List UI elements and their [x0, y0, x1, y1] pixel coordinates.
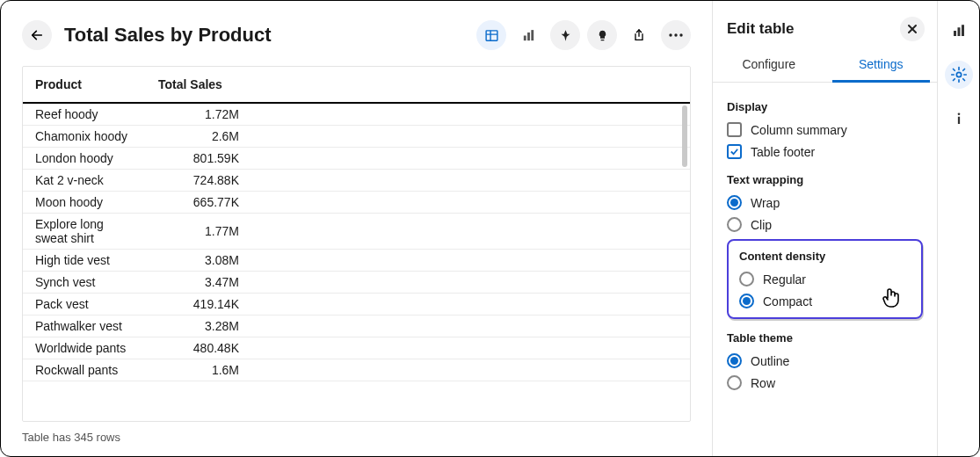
table-row[interactable]: Rockwall pants1.6M [23, 359, 690, 381]
toolbar [476, 20, 691, 50]
table-row[interactable]: Moon hoody665.77K [23, 192, 690, 214]
column-header-product[interactable]: Product [23, 67, 146, 103]
checkbox-icon [727, 144, 742, 159]
checkbox-icon [727, 122, 742, 137]
side-panel-title: Edit table [727, 20, 795, 38]
table-row[interactable]: Kat 2 v-neck724.88K [23, 170, 690, 192]
table-header-row: Product Total Sales [23, 67, 690, 103]
radio-icon [727, 353, 742, 368]
table-row[interactable]: Worldwide pants480.48K [23, 337, 690, 359]
settings-panel: Display Column summary Table footer Text… [713, 83, 937, 456]
table-icon [484, 28, 499, 43]
tab-settings[interactable]: Settings [825, 48, 938, 82]
radio-outline[interactable]: Outline [727, 353, 923, 368]
section-text-wrapping-heading: Text wrapping [727, 173, 923, 186]
rail-chart-button[interactable] [945, 17, 973, 45]
svg-point-9 [679, 33, 682, 36]
arrow-left-icon [30, 28, 44, 42]
radio-wrap[interactable]: Wrap [727, 195, 923, 210]
tab-configure[interactable]: Configure [713, 48, 825, 82]
share-button[interactable] [624, 20, 654, 50]
table-row[interactable]: Synch vest3.47M [23, 272, 690, 294]
radio-icon [727, 375, 742, 390]
svg-rect-14 [962, 25, 964, 36]
share-icon [632, 28, 646, 42]
section-table-theme-heading: Table theme [727, 331, 923, 345]
svg-rect-6 [531, 30, 534, 40]
svg-point-7 [669, 33, 671, 36]
close-panel-button[interactable] [900, 17, 925, 41]
bar-chart-icon [521, 28, 536, 43]
table-row[interactable]: Pathwalker vest3.28M [23, 316, 690, 337]
svg-point-16 [957, 112, 960, 115]
svg-point-8 [674, 33, 677, 36]
radio-icon [739, 294, 754, 308]
page-title: Total Sales by Product [64, 24, 464, 47]
table-row[interactable]: Reef hoody1.72M [23, 103, 690, 126]
svg-rect-17 [957, 117, 959, 124]
svg-rect-13 [957, 27, 960, 36]
back-button[interactable] [22, 20, 52, 50]
pin-icon [559, 29, 572, 42]
more-icon [669, 33, 683, 37]
radio-clip[interactable]: Clip [727, 217, 923, 232]
table-row[interactable]: Chamonix hoody2.6M [23, 126, 690, 148]
bar-chart-icon [951, 23, 967, 39]
data-table: Product Total Sales Reef hoody1.72M Cham… [22, 66, 691, 422]
view-chart-button[interactable] [513, 20, 543, 50]
side-panel: Edit table Configure Settings Display Co… [712, 1, 937, 456]
radio-compact[interactable]: Compact [739, 294, 911, 308]
view-table-button[interactable] [476, 20, 506, 50]
pin-button[interactable] [550, 20, 580, 50]
svg-rect-1 [486, 30, 497, 40]
right-rail [937, 1, 979, 456]
gear-icon [950, 66, 968, 83]
checkbox-column-summary[interactable]: Column summary [727, 122, 923, 137]
table-row[interactable]: Pack vest419.14K [23, 294, 690, 316]
main-area: Total Sales by Product [1, 1, 712, 456]
close-icon [907, 24, 918, 34]
svg-point-15 [956, 72, 961, 76]
radio-icon [739, 272, 754, 287]
checkbox-table-footer[interactable]: Table footer [727, 144, 923, 159]
radio-row[interactable]: Row [727, 375, 923, 390]
table-row[interactable]: High tide vest3.08M [23, 250, 690, 272]
insight-button[interactable] [587, 20, 617, 50]
section-display-heading: Display [727, 100, 923, 113]
svg-rect-12 [954, 31, 956, 36]
table-row[interactable]: Explore long sweat shirt1.77M [23, 214, 690, 250]
rail-settings-button[interactable] [945, 61, 973, 89]
radio-icon [727, 217, 742, 232]
scrollbar[interactable] [682, 105, 687, 167]
radio-regular[interactable]: Regular [739, 272, 911, 287]
side-tabs: Configure Settings [713, 48, 937, 83]
table-footer-note: Table has 345 rows [22, 431, 691, 444]
table-body: Reef hoody1.72M Chamonix hoody2.6M Londo… [23, 103, 690, 381]
table-row[interactable]: London hoody801.59K [23, 148, 690, 170]
lightbulb-icon [596, 29, 609, 42]
radio-icon [727, 195, 742, 210]
column-header-total-sales[interactable]: Total Sales [146, 67, 250, 103]
svg-rect-5 [527, 32, 530, 40]
svg-rect-4 [523, 35, 526, 40]
more-button[interactable] [661, 20, 691, 50]
section-content-density-heading: Content density [739, 250, 911, 263]
page-header: Total Sales by Product [22, 20, 691, 50]
info-icon [951, 111, 967, 127]
rail-info-button[interactable] [945, 105, 973, 133]
content-density-group: Content density Regular Compact [727, 239, 923, 319]
